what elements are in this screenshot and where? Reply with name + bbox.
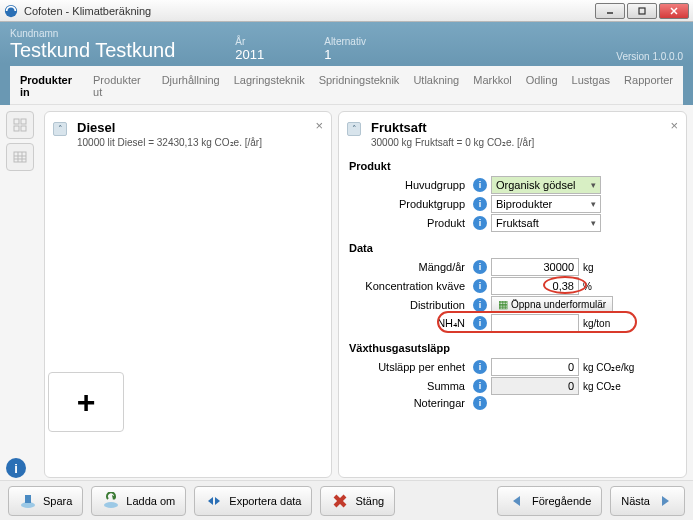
utslapp-input[interactable] — [491, 358, 579, 376]
export-icon — [205, 492, 223, 510]
produktgrupp-label: Produktgrupp — [349, 198, 469, 210]
window-title: Cofoten - Klimatberäkning — [24, 5, 593, 17]
customer-label: Kundnamn — [10, 28, 175, 39]
tab-utlakning[interactable]: Utlakning — [413, 74, 459, 98]
card-subtitle: 30000 kg Fruktsaft = 0 kg CO₂e. [/år] — [371, 137, 676, 148]
summa-unit: kg CO₂e — [583, 381, 639, 392]
minimize-button[interactable] — [595, 3, 625, 19]
nh4n-unit: kg/ton — [583, 318, 639, 329]
nh4n-label: NH₄N — [349, 317, 469, 330]
svg-marker-19 — [215, 497, 220, 505]
tab-rapporter[interactable]: Rapporter — [624, 74, 673, 98]
svg-rect-5 — [14, 119, 19, 124]
export-button[interactable]: Exportera data — [194, 486, 312, 516]
tab-bar: Produkter in Produkter ut Djurhållning L… — [10, 66, 683, 105]
card-subtitle: 10000 lit Diesel = 32430,13 kg CO₂e. [/å… — [77, 137, 321, 148]
close-button[interactable] — [659, 3, 689, 19]
info-icon[interactable]: i — [473, 197, 487, 211]
svg-rect-6 — [21, 119, 26, 124]
produktgrupp-combo[interactable]: Biprodukter — [491, 195, 601, 213]
version-label: Version 1.0.0.0 — [616, 51, 683, 62]
reload-button[interactable]: Ladda om — [91, 486, 186, 516]
mangd-unit: kg — [583, 262, 639, 273]
alt-value: 1 — [324, 47, 366, 62]
huvudgrupp-combo[interactable]: Organisk gödsel — [491, 176, 601, 194]
svg-rect-7 — [14, 126, 19, 131]
nh4n-input[interactable] — [491, 314, 579, 332]
mangd-label: Mängd/år — [349, 261, 469, 273]
produkt-combo[interactable]: Fruktsaft — [491, 214, 601, 232]
svg-marker-23 — [662, 496, 669, 506]
tab-produkter-in[interactable]: Produkter in — [20, 74, 79, 98]
info-icon[interactable]: i — [473, 298, 487, 312]
info-icon[interactable]: i — [6, 458, 26, 478]
close-app-button[interactable]: Stäng — [320, 486, 395, 516]
huvudgrupp-label: Huvudgrupp — [349, 179, 469, 191]
svg-marker-18 — [208, 497, 213, 505]
open-subform-button[interactable]: ▦Öppna underformulär — [491, 296, 613, 313]
next-button[interactable]: Nästa — [610, 486, 685, 516]
close-icon — [331, 492, 349, 510]
window-titlebar: Cofoten - Klimatberäkning — [0, 0, 693, 22]
card-title: Fruktsaft — [371, 120, 676, 135]
kvave-unit: % — [583, 281, 639, 292]
info-icon[interactable]: i — [473, 178, 487, 192]
info-icon[interactable]: i — [473, 216, 487, 230]
previous-button[interactable]: Föregående — [497, 486, 602, 516]
tab-djurhallning[interactable]: Djurhållning — [162, 74, 220, 98]
tab-lustgas[interactable]: Lustgas — [572, 74, 611, 98]
card-close-icon[interactable]: × — [670, 118, 678, 133]
section-vaxthus: Växthusgasutsläpp — [349, 342, 676, 354]
save-icon — [19, 492, 37, 510]
add-card-button[interactable]: + — [48, 372, 124, 432]
card-title: Diesel — [77, 120, 321, 135]
svg-rect-15 — [25, 495, 31, 503]
utslapp-unit: kg CO₂e/kg — [583, 362, 639, 373]
noteringar-label: Noteringar — [349, 397, 469, 409]
info-icon[interactable]: i — [473, 279, 487, 293]
svg-marker-22 — [513, 496, 520, 506]
info-icon[interactable]: i — [473, 396, 487, 410]
ribbon-header: Kundnamn Testkund Testkund År 2011 Alter… — [0, 22, 693, 105]
info-icon[interactable]: i — [473, 360, 487, 374]
section-produkt: Produkt — [349, 160, 676, 172]
collapse-icon[interactable]: ˄ — [53, 122, 67, 136]
summa-output — [491, 377, 579, 395]
summa-label: Summa — [349, 380, 469, 392]
maximize-button[interactable] — [627, 3, 657, 19]
year-label: År — [235, 36, 264, 47]
footer-toolbar: Spara Ladda om Exportera data Stäng Före… — [0, 480, 693, 520]
card-close-icon[interactable]: × — [315, 118, 323, 133]
tab-spridningsteknik[interactable]: Spridningsteknik — [319, 74, 400, 98]
tab-markkol[interactable]: Markkol — [473, 74, 512, 98]
reload-icon — [102, 492, 120, 510]
app-icon — [4, 4, 18, 18]
collapse-icon[interactable]: ˄ — [347, 122, 361, 136]
alt-label: Alternativ — [324, 36, 366, 47]
utslapp-label: Utsläpp per enhet — [349, 361, 469, 373]
year-value: 2011 — [235, 47, 264, 62]
view-table-icon[interactable] — [6, 143, 34, 171]
svg-rect-2 — [639, 8, 645, 14]
tab-odling[interactable]: Odling — [526, 74, 558, 98]
save-button[interactable]: Spara — [8, 486, 83, 516]
customer-name: Testkund Testkund — [10, 39, 175, 62]
tab-lagringsteknik[interactable]: Lagringsteknik — [234, 74, 305, 98]
svg-point-16 — [104, 502, 118, 508]
produkt-label: Produkt — [349, 217, 469, 229]
info-icon[interactable]: i — [473, 379, 487, 393]
chevron-right-icon — [656, 492, 674, 510]
info-icon[interactable]: i — [473, 260, 487, 274]
card-fruktsaft: × ˄ Fruktsaft 30000 kg Fruktsaft = 0 kg … — [338, 111, 687, 478]
svg-rect-9 — [14, 152, 26, 162]
chevron-left-icon — [508, 492, 526, 510]
section-data: Data — [349, 242, 676, 254]
view-grid-icon[interactable] — [6, 111, 34, 139]
info-icon[interactable]: i — [473, 316, 487, 330]
distribution-label: Distribution — [349, 299, 469, 311]
mangd-input[interactable] — [491, 258, 579, 276]
form-icon: ▦ — [498, 298, 508, 311]
svg-rect-8 — [21, 126, 26, 131]
tab-produkter-ut[interactable]: Produkter ut — [93, 74, 148, 98]
kvave-input[interactable] — [491, 277, 579, 295]
